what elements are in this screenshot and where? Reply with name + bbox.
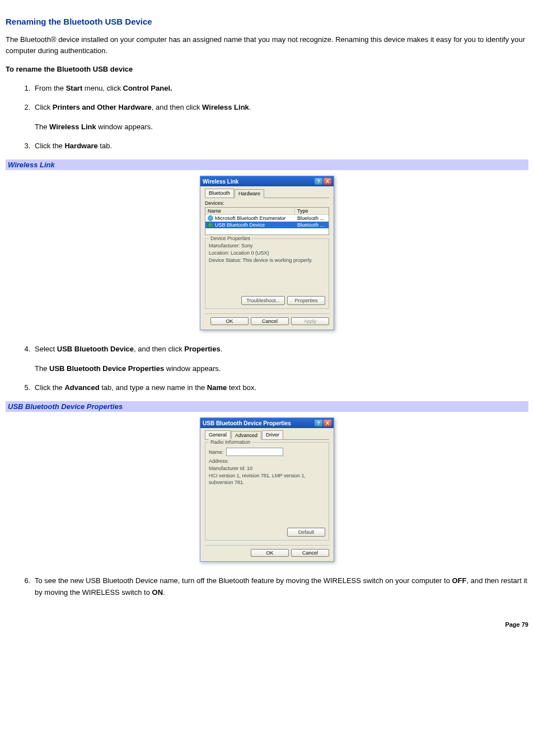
col-type: Type xyxy=(295,208,329,214)
col-name: Name xyxy=(205,208,295,214)
t: . xyxy=(249,103,251,111)
step-4: Select USB Bluetooth Device, and then cl… xyxy=(32,344,528,374)
dialog-title: USB Bluetooth Device Properties xyxy=(203,420,291,426)
t: Select xyxy=(35,345,57,353)
t: Printers and Other Hardware xyxy=(53,103,152,111)
name-label: Name: xyxy=(209,449,224,456)
devices-list[interactable]: Name Type Microsoft Bluetooth Enumerator… xyxy=(205,207,329,235)
t: Hardware xyxy=(64,142,97,150)
address-label: Address: xyxy=(209,458,325,465)
step-2: Click Printers and Other Hardware, and t… xyxy=(32,102,528,132)
t: USB Bluetooth Device xyxy=(57,345,134,353)
t: OFF xyxy=(452,576,467,585)
t: USB Bluetooth Device Properties xyxy=(49,364,164,373)
help-icon[interactable]: ? xyxy=(315,420,322,426)
t: Advanced xyxy=(64,383,99,392)
t: , and then click xyxy=(152,103,202,111)
t: From the xyxy=(35,84,66,92)
page-title: Renaming the Bluetooth USB Device xyxy=(6,17,528,26)
figure-2: USB Bluetooth Device Properties ? X Gene… xyxy=(6,417,528,562)
procedure-heading: To rename the Bluetooth USB device xyxy=(6,64,528,75)
t: text box. xyxy=(227,383,256,392)
step-list-final: To see the new USB Bluetooth Device name… xyxy=(6,575,528,599)
name-input[interactable] xyxy=(226,448,283,456)
close-icon[interactable]: X xyxy=(324,178,331,185)
t: Microsoft Bluetooth Enumerator xyxy=(215,215,286,221)
device-properties-group: Device Properties Manufacturer: Sony Loc… xyxy=(205,238,329,309)
t: The xyxy=(35,364,49,373)
status-line: Device Status: This device is working pr… xyxy=(209,257,325,264)
t: Bluetooth ... xyxy=(295,222,329,228)
t: Click the xyxy=(35,142,64,150)
t: Click the xyxy=(35,383,64,392)
step-list-cont: Select USB Bluetooth Device, and then cl… xyxy=(6,344,528,393)
tab-strip: Bluetooth Hardware xyxy=(205,189,329,198)
intro-text: The Bluetooth® device installed on your … xyxy=(6,35,525,55)
t: . xyxy=(163,588,165,597)
cancel-button[interactable]: Cancel xyxy=(251,317,289,325)
step-1: From the Start menu, click Control Panel… xyxy=(32,83,528,95)
t: tab. xyxy=(98,142,112,150)
dialog-titlebar: Wireless Link ? X xyxy=(200,176,334,186)
location-line: Location: Location 0 (USX) xyxy=(209,250,325,257)
figure-1: Wireless Link ? X Bluetooth Hardware Dev… xyxy=(6,176,528,330)
device-row-selected[interactable]: USB Bluetooth Device Bluetooth ... xyxy=(205,222,329,228)
close-icon[interactable]: X xyxy=(324,420,331,426)
t: The xyxy=(35,123,49,131)
dialog-titlebar: USB Bluetooth Device Properties ? X xyxy=(200,418,334,428)
cancel-button[interactable]: Cancel xyxy=(291,549,329,557)
figure-caption-2: USB Bluetooth Device Properties xyxy=(6,401,528,412)
t: USB Bluetooth Device xyxy=(215,222,265,228)
t: Bluetooth ... xyxy=(295,215,329,222)
intro-paragraph: The Bluetooth® device installed on your … xyxy=(6,34,528,56)
t: , and then click xyxy=(134,345,184,353)
bt-properties-dialog: USB Bluetooth Device Properties ? X Gene… xyxy=(200,417,334,562)
manufacturer-line: Manufacturer: Sony xyxy=(209,242,325,250)
t: . xyxy=(221,345,223,353)
ok-button[interactable]: OK xyxy=(210,317,249,325)
step-list: From the Start menu, click Control Panel… xyxy=(6,83,528,152)
wireless-link-dialog: Wireless Link ? X Bluetooth Hardware Dev… xyxy=(200,176,334,330)
t: Properties xyxy=(184,345,220,353)
group-title: Radio Information xyxy=(209,439,252,446)
tab-bluetooth[interactable]: Bluetooth xyxy=(205,189,234,198)
default-button[interactable]: Default xyxy=(287,528,325,537)
t: Control Panel. xyxy=(123,84,172,92)
t: window appears. xyxy=(164,364,221,373)
t: ON xyxy=(152,588,163,597)
t: Click xyxy=(35,103,53,111)
tab-driver[interactable]: Driver xyxy=(262,430,283,439)
step-3: Click the Hardware tab. xyxy=(32,140,528,152)
t: tab, and type a new name in the xyxy=(100,383,207,392)
device-row[interactable]: Microsoft Bluetooth Enumerator Bluetooth… xyxy=(205,215,329,222)
hci-info: HCI version 1, revision 781. LMP version… xyxy=(209,472,325,486)
troubleshoot-button[interactable]: Troubleshoot... xyxy=(241,296,285,306)
bluetooth-icon xyxy=(208,222,213,228)
radio-info-group: Radio Information Name: Address: Manufac… xyxy=(205,442,329,541)
figure-caption-1: Wireless Link xyxy=(6,159,528,170)
t: menu, click xyxy=(82,84,123,92)
group-title: Device Properties xyxy=(209,235,252,242)
properties-button[interactable]: Properties xyxy=(287,296,325,306)
page-number: Page 79 xyxy=(6,621,528,628)
devices-label: Devices: xyxy=(205,200,329,206)
tab-general[interactable]: General xyxy=(205,430,231,439)
dialog-title: Wireless Link xyxy=(203,179,238,185)
t: Wireless Link xyxy=(202,103,249,111)
t: To see the new USB Bluetooth Device name… xyxy=(35,576,452,585)
t: Wireless Link xyxy=(49,123,96,131)
t: Name xyxy=(207,383,227,392)
step-6: To see the new USB Bluetooth Device name… xyxy=(32,575,528,599)
info-icon xyxy=(208,215,213,221)
help-icon[interactable]: ? xyxy=(315,178,322,185)
ok-button[interactable]: OK xyxy=(251,549,289,557)
t: window appears. xyxy=(96,123,153,131)
t: Start xyxy=(66,84,83,92)
manufacturer-id: Manufacturer Id: 10 xyxy=(209,465,325,472)
apply-button[interactable]: Apply xyxy=(291,317,329,325)
tab-hardware[interactable]: Hardware xyxy=(235,189,264,198)
step-5: Click the Advanced tab, and type a new n… xyxy=(32,382,528,394)
